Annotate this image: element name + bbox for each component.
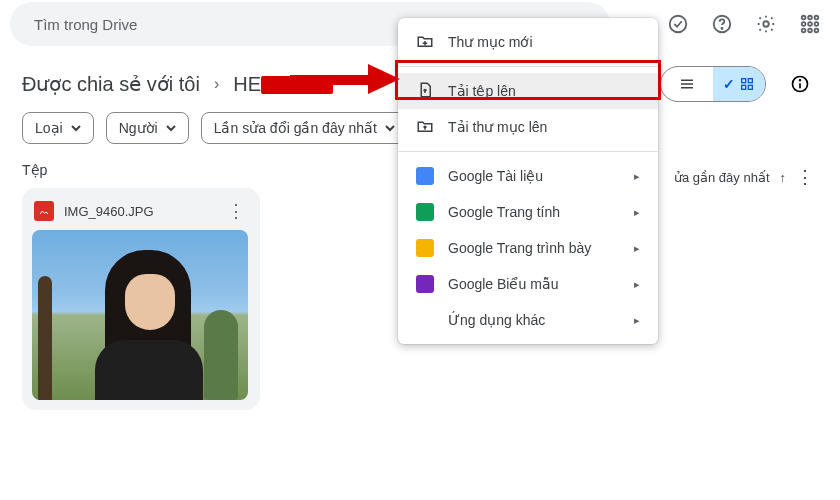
settings-gear-icon[interactable]	[746, 4, 786, 44]
chevron-right-icon: ›	[210, 75, 223, 93]
svg-rect-19	[748, 79, 752, 83]
google-forms-icon	[416, 275, 434, 293]
google-sheets-icon	[416, 203, 434, 221]
folder-upload-icon	[416, 117, 434, 138]
menu-upload-folder[interactable]: Tải thư mục lên	[398, 109, 658, 145]
svg-point-9	[802, 22, 806, 26]
chevron-right-icon: ▸	[634, 242, 640, 255]
menu-separator	[398, 66, 658, 67]
breadcrumb-folder[interactable]: HE	[233, 73, 333, 96]
view-list-button[interactable]	[661, 67, 713, 101]
arrow-up-icon: ↑	[780, 170, 787, 185]
menu-upload-file[interactable]: Tải tệp lên	[398, 73, 658, 109]
chevron-right-icon: ▸	[634, 278, 640, 291]
file-card[interactable]: IMG_9460.JPG ⋮	[22, 188, 260, 410]
breadcrumb-root[interactable]: Được chia sẻ với tôi	[22, 72, 200, 96]
view-toggle: ✓	[660, 66, 766, 102]
menu-separator	[398, 151, 658, 152]
top-icons	[658, 4, 830, 44]
filter-modified-chip[interactable]: Lần sửa đổi gần đây nhất	[201, 112, 408, 144]
svg-rect-21	[748, 85, 752, 89]
svg-point-8	[815, 16, 819, 20]
svg-point-11	[815, 22, 819, 26]
file-more-icon[interactable]: ⋮	[224, 200, 248, 222]
apps-grid-icon[interactable]	[790, 4, 830, 44]
svg-point-4	[721, 28, 722, 29]
file-upload-icon	[416, 81, 434, 102]
google-slides-icon	[416, 239, 434, 257]
svg-point-10	[808, 22, 812, 26]
redacted-block	[261, 76, 333, 94]
menu-google-forms[interactable]: Google Biểu mẫu▸	[398, 266, 658, 302]
svg-point-12	[802, 29, 806, 33]
filter-people-chip[interactable]: Người	[106, 112, 189, 144]
folder-plus-icon	[416, 32, 434, 53]
google-docs-icon	[416, 167, 434, 185]
menu-google-sheets[interactable]: Google Trang tính▸	[398, 194, 658, 230]
svg-point-7	[808, 16, 812, 20]
menu-new-folder[interactable]: Thư mục mới	[398, 24, 658, 60]
menu-google-slides[interactable]: Google Trang trình bày▸	[398, 230, 658, 266]
menu-google-docs[interactable]: Google Tài liệu▸	[398, 158, 658, 194]
help-icon[interactable]	[702, 4, 742, 44]
filter-type-chip[interactable]: Loại	[22, 112, 94, 144]
sort-indicator[interactable]: ửa gần đây nhất ↑ ⋮	[674, 166, 814, 188]
view-grid-button[interactable]: ✓	[713, 67, 765, 101]
svg-point-14	[815, 29, 819, 33]
svg-rect-18	[742, 79, 746, 83]
chevron-right-icon: ▸	[634, 314, 640, 327]
new-context-menu: Thư mục mới Tải tệp lên Tải thư mục lên …	[398, 18, 658, 344]
file-name: IMG_9460.JPG	[64, 204, 214, 219]
svg-point-5	[763, 21, 769, 27]
ready-offline-icon[interactable]	[658, 4, 698, 44]
svg-point-13	[808, 29, 812, 33]
chevron-right-icon: ▸	[634, 206, 640, 219]
svg-point-6	[802, 16, 806, 20]
svg-point-24	[800, 80, 801, 81]
search-placeholder: Tìm trong Drive	[34, 16, 137, 33]
file-card-header: IMG_9460.JPG ⋮	[32, 198, 250, 230]
svg-rect-20	[742, 85, 746, 89]
file-type-image-icon	[34, 201, 54, 221]
more-menu-icon[interactable]: ⋮	[796, 166, 814, 188]
chevron-right-icon: ▸	[634, 170, 640, 183]
menu-more-apps[interactable]: Ứng dụng khác▸	[398, 302, 658, 338]
svg-point-2	[670, 16, 687, 33]
file-thumbnail	[32, 230, 248, 400]
info-icon[interactable]	[782, 66, 818, 102]
